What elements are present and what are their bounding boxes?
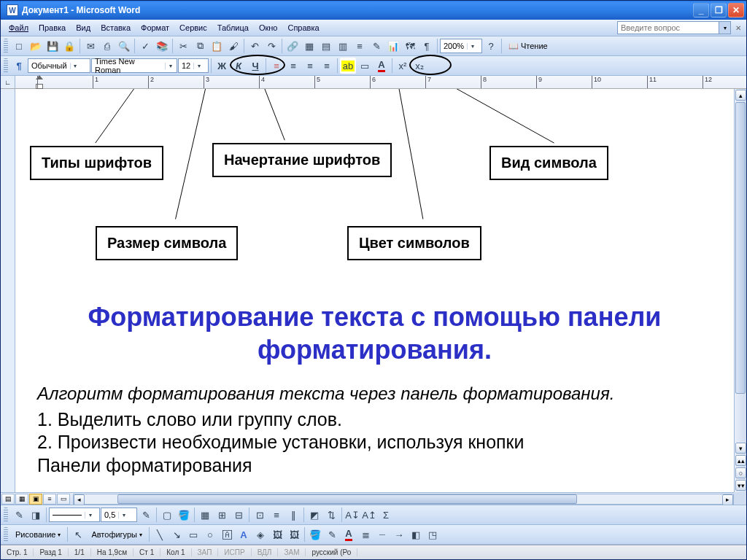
textbox-tool[interactable]: 🄰 xyxy=(219,526,235,542)
status-rec[interactable]: ЗАП xyxy=(192,548,219,556)
prev-page-button[interactable]: ▴▴ xyxy=(735,455,746,466)
shading-button[interactable]: ▭ xyxy=(357,58,373,74)
menu-help[interactable]: Справка xyxy=(282,22,324,34)
status-ext[interactable]: ВДЛ xyxy=(252,548,279,556)
cut-button[interactable]: ✂ xyxy=(175,38,191,54)
hscroll-thumb[interactable] xyxy=(117,494,577,504)
research-button[interactable]: 📚 xyxy=(154,38,170,54)
format-painter-button[interactable]: 🖌 xyxy=(225,38,241,54)
hyperlink-button[interactable]: 🔗 xyxy=(285,38,301,54)
split-cells-button[interactable]: ⊟ xyxy=(231,507,247,523)
save-button[interactable]: 💾 xyxy=(44,38,61,54)
distribute-rows-button[interactable]: ≡ xyxy=(268,507,285,523)
clipart-button[interactable]: 🖼 xyxy=(269,526,285,542)
dash-style-tool[interactable]: ┈ xyxy=(374,526,390,542)
new-doc-button[interactable]: □ xyxy=(11,38,27,54)
maximize-button[interactable]: ❐ xyxy=(711,3,727,18)
reading-view-button[interactable]: ▭ xyxy=(57,494,70,505)
tables-borders-button[interactable]: ▦ xyxy=(301,38,317,54)
distribute-cols-button[interactable]: ‖ xyxy=(285,507,301,523)
drawing-toggle-button[interactable]: ✎ xyxy=(368,38,384,54)
open-button[interactable]: 📂 xyxy=(28,38,44,54)
normal-view-button[interactable]: ▤ xyxy=(1,494,15,505)
rectangle-tool[interactable]: ▭ xyxy=(185,526,201,542)
menu-insert[interactable]: Вставка xyxy=(96,22,136,34)
align-left-button[interactable]: ≡ xyxy=(268,58,285,74)
web-view-button[interactable]: ▦ xyxy=(15,494,28,505)
mail-button[interactable]: ✉ xyxy=(82,38,98,54)
border-color-button[interactable]: ✎ xyxy=(138,507,154,523)
font-color-tool[interactable]: A xyxy=(341,526,357,542)
3d-tool[interactable]: ◳ xyxy=(425,526,441,542)
diagram-button[interactable]: ◈ xyxy=(252,526,268,542)
line-tool[interactable]: ╲ xyxy=(152,526,168,542)
toolbar-grip[interactable] xyxy=(4,39,8,53)
permission-button[interactable]: 🔒 xyxy=(61,38,77,54)
spellcheck-button[interactable]: ✓ xyxy=(137,38,153,54)
status-trk[interactable]: ИСПР xyxy=(218,548,251,556)
fill-color-tool[interactable]: 🪣 xyxy=(307,526,323,542)
justify-button[interactable]: ≡ xyxy=(319,58,335,74)
ask-dropdown[interactable]: ▾ xyxy=(719,21,731,34)
minimize-button[interactable]: _ xyxy=(693,3,709,18)
help-button[interactable]: ? xyxy=(483,38,499,54)
align-center-button[interactable]: ≡ xyxy=(285,58,301,74)
line-color-tool[interactable]: ✎ xyxy=(324,526,340,542)
redo-button[interactable]: ↷ xyxy=(263,38,279,54)
print-layout-view-button[interactable]: ▣ xyxy=(29,494,42,505)
insert-table-button-2[interactable]: ▦ xyxy=(197,507,213,523)
print-preview-button[interactable]: 🔍 xyxy=(116,38,132,54)
underline-button[interactable]: Ч xyxy=(247,58,263,74)
menu-view[interactable]: Вид xyxy=(71,22,96,34)
menu-window[interactable]: Окно xyxy=(254,22,283,34)
toolbar-grip[interactable] xyxy=(4,58,8,73)
vertical-scroll-thumb[interactable] xyxy=(735,102,746,394)
horizontal-ruler[interactable]: 123456789101112 xyxy=(15,76,746,88)
columns-button[interactable]: ≡ xyxy=(352,38,368,54)
chart-button[interactable]: 📊 xyxy=(385,38,401,54)
vertical-ruler[interactable] xyxy=(1,89,15,505)
line-weight-combo[interactable]: 0,5▾ xyxy=(101,508,137,522)
outline-view-button[interactable]: ≡ xyxy=(43,494,56,505)
arrow-tool[interactable]: ↘ xyxy=(169,526,185,542)
toolbar-grip[interactable] xyxy=(4,508,8,522)
ask-input[interactable] xyxy=(617,21,719,34)
menubar-close-icon[interactable]: ✕ xyxy=(733,23,743,33)
styles-pane-button[interactable]: ¶ xyxy=(11,58,27,74)
shadow-tool[interactable]: ◧ xyxy=(408,526,424,542)
status-ovr[interactable]: ЗАМ xyxy=(278,548,306,556)
sort-asc-button[interactable]: A↧ xyxy=(344,507,360,523)
oval-tool[interactable]: ○ xyxy=(202,526,218,542)
bold-button[interactable]: Ж xyxy=(214,58,230,74)
italic-button[interactable]: К xyxy=(231,58,247,74)
wordart-button[interactable]: A xyxy=(236,526,252,542)
menu-format[interactable]: Формат xyxy=(136,22,174,34)
fill-color-button[interactable]: 🪣 xyxy=(176,507,192,523)
undo-button[interactable]: ↶ xyxy=(247,38,263,54)
document-map-button[interactable]: 🗺 xyxy=(402,38,418,54)
menu-tools[interactable]: Сервис xyxy=(174,22,212,34)
eraser-button[interactable]: ◨ xyxy=(28,507,44,523)
next-page-button[interactable]: ▾▾ xyxy=(735,480,746,491)
select-objects-button[interactable]: ↖ xyxy=(70,526,86,542)
paste-button[interactable]: 📋 xyxy=(209,38,225,54)
draw-table-button[interactable]: ✎ xyxy=(11,507,27,523)
drawing-menu[interactable]: Рисование ▾ xyxy=(11,529,65,540)
hscroll-right-button[interactable]: ▸ xyxy=(722,494,733,505)
outside-border-button[interactable]: ▢ xyxy=(159,507,175,523)
insert-excel-button[interactable]: ▥ xyxy=(335,38,351,54)
table-autoformat-button[interactable]: ◩ xyxy=(306,507,322,523)
text-direction-button[interactable]: ⇅ xyxy=(323,507,339,523)
autoshapes-menu[interactable]: Автофигуры ▾ xyxy=(87,529,147,540)
subscript-button[interactable]: x₂ xyxy=(411,58,427,74)
autosum-button[interactable]: Σ xyxy=(378,507,394,523)
align-cells-button[interactable]: ⊡ xyxy=(252,507,268,523)
show-paragraph-button[interactable]: ¶ xyxy=(419,38,435,54)
copy-button[interactable]: ⧉ xyxy=(192,38,208,54)
zoom-combo[interactable]: 200%▾ xyxy=(440,39,482,53)
arrow-style-tool[interactable]: → xyxy=(391,526,407,542)
sort-desc-button[interactable]: A↥ xyxy=(361,507,377,523)
menu-table[interactable]: Таблица xyxy=(212,22,254,34)
status-lang[interactable]: русский (Ро xyxy=(306,548,357,556)
merge-cells-button[interactable]: ⊞ xyxy=(214,507,230,523)
